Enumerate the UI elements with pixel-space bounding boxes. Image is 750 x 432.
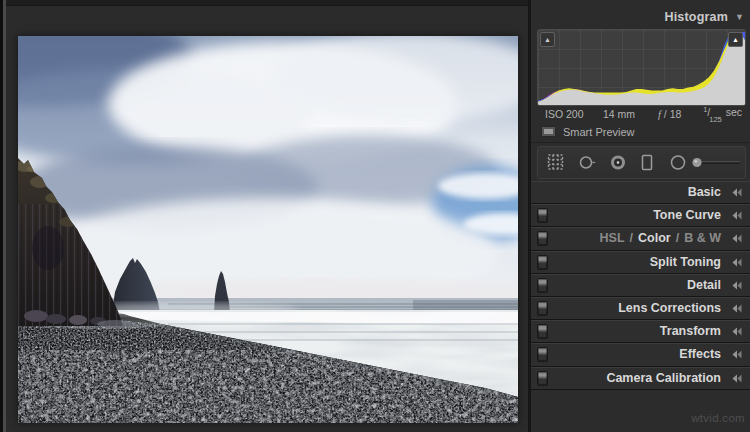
panel-enable-toggle[interactable] (537, 278, 548, 293)
histogram-graph[interactable]: ▲ ▲ (537, 29, 746, 106)
panel-label: Split Toning (650, 251, 721, 273)
highlight-clip-triangle-icon: ▲ (732, 36, 739, 43)
panel-expander-icon[interactable] (732, 350, 743, 359)
spot-removal-tool-icon[interactable] (577, 147, 599, 178)
focal-length-value: 14 mm (603, 108, 635, 120)
panel-label: Transform (660, 320, 721, 342)
panel-expander-icon[interactable] (732, 281, 743, 290)
panel-expander-icon[interactable] (732, 211, 743, 220)
panel-enable-toggle[interactable] (537, 231, 548, 246)
panel-header-tone-curve[interactable]: Tone Curve (531, 204, 750, 227)
shadow-clip-triangle-icon: ▲ (544, 36, 551, 43)
panel-label-segment[interactable]: / (630, 231, 633, 245)
histogram-panel-header[interactable]: Histogram ▼ (531, 6, 744, 28)
develop-right-panel: Histogram ▼ ▲ ▲ ISO 200 14 mm f / 18 1/1… (531, 0, 750, 432)
panel-label: Effects (679, 343, 721, 365)
panel-label-segment[interactable]: Color (638, 231, 671, 245)
panel-enable-toggle[interactable] (537, 324, 548, 339)
histogram-curves (538, 32, 745, 105)
collapse-triangle-icon[interactable]: ▼ (735, 12, 744, 22)
panel-header-basic[interactable]: Basic (531, 181, 750, 204)
panel-header-transform[interactable]: Transform (531, 320, 750, 343)
panel-header-hsl-color-bw[interactable]: HSL/Color/B & W (531, 227, 750, 250)
radial-filter-tool-icon[interactable] (668, 147, 690, 178)
crop-tool-icon[interactable] (546, 147, 566, 178)
panel-expander-icon[interactable] (732, 258, 743, 267)
panel-expander-icon[interactable] (732, 327, 743, 336)
smart-preview-label: Smart Preview (563, 126, 635, 138)
panel-label-segment[interactable]: HSL (600, 231, 625, 245)
panel-label: Detail (687, 274, 721, 296)
panel-enable-toggle[interactable] (537, 301, 548, 316)
panel-label: Camera Calibration (606, 367, 721, 389)
panel-label-segment[interactable]: B & W (684, 231, 721, 245)
adjustment-brush-tool-icon[interactable] (690, 147, 742, 178)
panel-label-segment[interactable]: / (676, 231, 679, 245)
tool-strip (537, 146, 746, 179)
shutter-speed-value: 1/125 sec (703, 106, 742, 121)
panel-header-camera-calibration[interactable]: Camera Calibration (531, 367, 750, 390)
panel-header-lens-corrections[interactable]: Lens Corrections (531, 297, 750, 320)
panel-enable-toggle[interactable] (537, 208, 548, 223)
panel-label: Basic (688, 181, 721, 203)
panel-enable-toggle[interactable] (537, 371, 548, 386)
histogram-title: Histogram (664, 10, 728, 24)
panel-header-detail[interactable]: Detail (531, 274, 750, 297)
highlight-clipping-indicator[interactable]: ▲ (728, 32, 743, 47)
iso-value: ISO 200 (545, 108, 584, 120)
panel-expander-icon[interactable] (732, 374, 743, 383)
divider (531, 142, 750, 143)
panel-enable-toggle[interactable] (537, 347, 548, 362)
exif-info-row: ISO 200 14 mm f / 18 1/125 sec (537, 107, 744, 121)
panel-label: Lens Corrections (618, 297, 721, 319)
smart-preview-row[interactable]: Smart Preview (541, 124, 635, 139)
left-panel-collapsed-edge[interactable] (3, 0, 6, 432)
panel-label: Tone Curve (653, 204, 721, 226)
panel-header-effects[interactable]: Effects (531, 343, 750, 366)
red-eye-tool-icon[interactable] (608, 147, 630, 178)
shadow-clipping-indicator[interactable]: ▲ (540, 32, 555, 47)
panel-enable-toggle[interactable] (537, 255, 548, 270)
graduated-filter-tool-icon[interactable] (639, 147, 657, 178)
panel-expander-icon[interactable] (732, 304, 743, 313)
panel-expander-icon[interactable] (732, 188, 743, 197)
photo-landscape (18, 36, 518, 423)
photo-canvas[interactable] (18, 36, 518, 423)
aperture-value: f / 18 (658, 108, 681, 120)
panel-header-split-toning[interactable]: Split Toning (531, 251, 750, 274)
watermark: wtvid.com (691, 412, 745, 424)
adjustment-panels: BasicTone CurveHSL/Color/B & WSplit Toni… (531, 181, 750, 390)
panel-expander-icon[interactable] (732, 234, 743, 243)
panel-label: HSL/Color/B & W (600, 227, 721, 249)
smart-preview-icon (541, 126, 556, 137)
